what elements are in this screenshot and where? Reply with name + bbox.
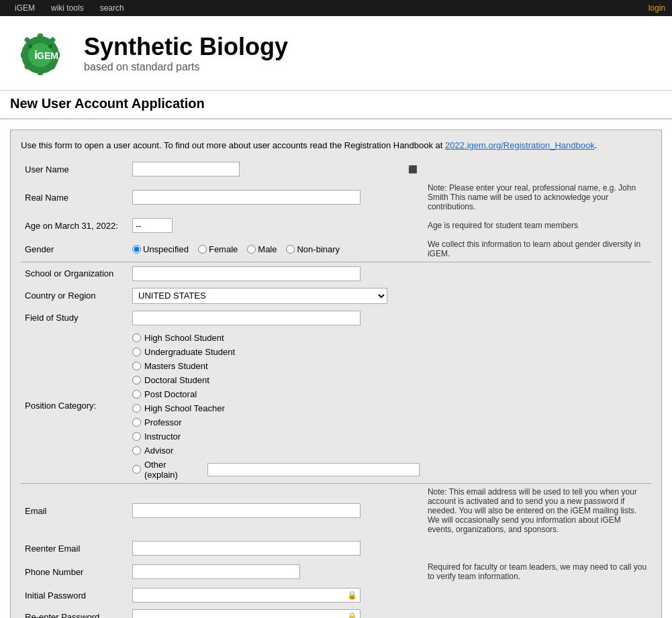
username-label: User Name bbox=[21, 158, 128, 180]
position-row: Position Category: High School Student U… bbox=[21, 329, 651, 484]
realname-note: Note: Please enter your real, profession… bbox=[424, 180, 651, 215]
gender-male-option[interactable]: Male bbox=[247, 244, 277, 254]
position-other-explain-input[interactable] bbox=[207, 463, 420, 476]
realname-row: Real Name Note: Please enter your real, … bbox=[21, 180, 651, 215]
svg-point-13 bbox=[48, 44, 52, 48]
position-radio-doctoral[interactable] bbox=[132, 376, 141, 384]
nav-login[interactable]: login bbox=[649, 3, 665, 13]
reenter-password-input[interactable] bbox=[132, 609, 361, 618]
svg-rect-1 bbox=[38, 34, 43, 39]
site-title-block: Synthetic Biology based on standard part… bbox=[84, 33, 288, 73]
reenter-password-label: Re-enter Password bbox=[21, 606, 128, 618]
gender-female-radio[interactable] bbox=[198, 245, 207, 254]
position-label: Position Category: bbox=[21, 329, 128, 484]
school-input-cell bbox=[128, 263, 424, 285]
email-input[interactable] bbox=[132, 503, 361, 518]
position-undergrad-student[interactable]: Undergraduate Student bbox=[132, 347, 420, 357]
svg-rect-3 bbox=[21, 52, 26, 58]
field-of-study-input[interactable] bbox=[132, 311, 361, 325]
gender-nonbinary-option[interactable]: Non-binary bbox=[286, 244, 340, 254]
site-subtitle: based on standard parts bbox=[84, 61, 288, 73]
position-radio-group: High School Student Undergraduate Studen… bbox=[132, 333, 420, 480]
password-label: Initial Password bbox=[21, 584, 128, 606]
position-high-school-student[interactable]: High School Student bbox=[132, 333, 420, 343]
age-row: Age on March 31, 2022: Age is required f… bbox=[21, 215, 651, 236]
registration-handbook-link[interactable]: 2022.igem.org/Registration_Handbook bbox=[445, 140, 595, 150]
school-label: School or Organization bbox=[21, 263, 128, 285]
username-input[interactable] bbox=[132, 162, 240, 176]
age-note: Age is required for student team members bbox=[424, 215, 651, 236]
position-radio-instructor[interactable] bbox=[132, 432, 141, 441]
realname-input-cell bbox=[128, 180, 424, 215]
password-input[interactable] bbox=[132, 588, 361, 603]
gender-unspecified-radio[interactable] bbox=[132, 245, 141, 254]
main-content: Use this form to open a user acount. To … bbox=[0, 119, 672, 618]
nav-igem[interactable]: iGEM bbox=[7, 3, 43, 13]
username-row: User Name ⬛ bbox=[21, 158, 651, 180]
age-input[interactable] bbox=[132, 218, 173, 233]
form-table: User Name ⬛ Real Name Note: Please enter… bbox=[21, 158, 651, 618]
position-radio-masters[interactable] bbox=[132, 362, 141, 370]
country-select[interactable]: UNITED STATES CANADA UNITED KINGDOM AUST… bbox=[132, 288, 387, 304]
phone-label: Phone Number bbox=[21, 559, 128, 584]
svg-text:GEM: GEM bbox=[37, 50, 58, 61]
position-radio-hs-teacher[interactable] bbox=[132, 404, 141, 413]
realname-label: Real Name bbox=[21, 180, 128, 215]
phone-input-cell bbox=[128, 559, 424, 584]
age-label: Age on March 31, 2022: bbox=[21, 215, 128, 236]
gender-radio-group: Unspecified Female Male Non-binary bbox=[132, 244, 420, 254]
position-radio-postdoc[interactable] bbox=[132, 390, 141, 399]
username-icon: ⬛ bbox=[408, 165, 418, 174]
gender-female-option[interactable]: Female bbox=[198, 244, 238, 254]
gender-unspecified-option[interactable]: Unspecified bbox=[132, 244, 189, 254]
position-professor[interactable]: Professor bbox=[132, 417, 420, 427]
field-of-study-label: Field of Study bbox=[21, 307, 128, 329]
age-input-cell bbox=[128, 215, 424, 236]
realname-input[interactable] bbox=[132, 190, 361, 205]
nav-wiki-tools[interactable]: wiki tools bbox=[43, 3, 92, 13]
position-instructor[interactable]: Instructor bbox=[132, 431, 420, 442]
phone-row: Phone Number Required for faculty or tea… bbox=[21, 559, 651, 584]
email-row: Email Note: This email address will be u… bbox=[21, 484, 651, 537]
username-note-cell bbox=[424, 158, 651, 180]
position-radio-other[interactable] bbox=[132, 465, 141, 474]
country-row: Country or Region UNITED STATES CANADA U… bbox=[21, 285, 651, 307]
email-note: Note: This email address will be used to… bbox=[424, 484, 651, 537]
position-other[interactable]: Other (explain) bbox=[132, 460, 420, 480]
gender-nonbinary-radio[interactable] bbox=[286, 245, 295, 254]
position-masters-student[interactable]: Masters Student bbox=[132, 361, 420, 371]
reenter-password-row: Re-enter Password 🔒 bbox=[21, 606, 651, 618]
phone-input[interactable] bbox=[132, 564, 300, 579]
site-title: Synthetic Biology bbox=[84, 33, 288, 61]
reenter-email-input[interactable] bbox=[132, 541, 361, 556]
country-input-cell: UNITED STATES CANADA UNITED KINGDOM AUST… bbox=[128, 285, 424, 307]
username-input-cell: ⬛ bbox=[128, 158, 424, 180]
position-high-school-teacher[interactable]: High School Teacher bbox=[132, 403, 420, 413]
position-radio-high-school-student[interactable] bbox=[132, 333, 141, 342]
gender-input-cell: Unspecified Female Male Non-binary bbox=[128, 236, 424, 262]
svg-rect-2 bbox=[38, 70, 43, 75]
email-input-cell bbox=[128, 484, 424, 537]
site-header: i GEM Synthetic Biology based on standar… bbox=[0, 16, 672, 91]
position-post-doctoral[interactable]: Post Doctoral bbox=[132, 389, 420, 399]
school-input[interactable] bbox=[132, 266, 361, 281]
password-row: Initial Password 🔒 bbox=[21, 584, 651, 606]
reenter-password-input-cell: 🔒 bbox=[128, 606, 424, 618]
password-input-cell: 🔒 bbox=[128, 584, 424, 606]
password-reveal-icon[interactable]: 🔒 bbox=[347, 590, 357, 600]
nav-search[interactable]: search bbox=[92, 3, 132, 13]
reenter-email-label: Reenter Email bbox=[21, 537, 128, 559]
reenter-email-input-cell bbox=[128, 537, 424, 559]
gender-male-radio[interactable] bbox=[247, 245, 256, 254]
position-radio-professor[interactable] bbox=[132, 418, 141, 427]
country-label: Country or Region bbox=[21, 285, 128, 307]
password-wrapper: 🔒 bbox=[132, 588, 361, 603]
reenter-password-reveal-icon[interactable]: 🔒 bbox=[347, 612, 357, 618]
position-doctoral-student[interactable]: Doctoral Student bbox=[132, 375, 420, 385]
page-title-bar: New User Account Application bbox=[0, 91, 672, 119]
site-logo: i GEM bbox=[10, 23, 70, 83]
form-info-text: Use this form to open a user acount. To … bbox=[21, 140, 651, 150]
position-radio-undergrad[interactable] bbox=[132, 348, 141, 356]
position-radio-advisor[interactable] bbox=[132, 446, 141, 455]
position-advisor[interactable]: Advisor bbox=[132, 446, 420, 456]
